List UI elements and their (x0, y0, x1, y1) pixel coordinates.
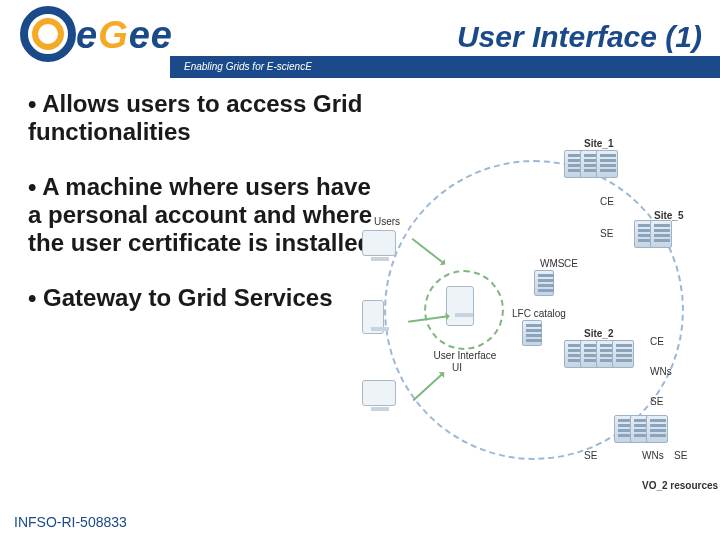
ce-label: CE (650, 336, 664, 347)
ce-label: CE (600, 196, 614, 207)
laptop-icon (362, 230, 396, 256)
logo-letter: e (76, 14, 98, 56)
site5-cluster (634, 220, 666, 248)
vo2-label: VO_2 resources (642, 480, 718, 491)
server-icon (612, 340, 634, 368)
bullet-item: A machine where users have a personal ac… (28, 173, 388, 258)
bullet-list: Allows users to access Grid functionalit… (28, 90, 388, 338)
logo-letter-g: G (98, 14, 129, 56)
site1-label: Site_1 (584, 138, 613, 149)
ce-label: CE (564, 258, 578, 269)
ui-short-label: UI (452, 362, 462, 373)
logo-letter: e (129, 14, 151, 56)
slide-header: eGee User Interface (1) Enabling Grids f… (0, 0, 720, 78)
ui-label: User Interface (430, 350, 500, 361)
wms-server-icon (534, 270, 554, 296)
wns-label: WNs (642, 450, 664, 461)
users-label: Users (374, 216, 400, 227)
wns-label: WNs (650, 366, 672, 377)
server-icon (596, 150, 618, 178)
wms-label: WMS (540, 258, 564, 269)
logo-text: eGee (76, 14, 173, 57)
server-icon (650, 220, 672, 248)
site2-cluster (564, 340, 628, 368)
server-icon (646, 415, 668, 443)
site5-label: Site_5 (654, 210, 683, 221)
footer-ref: INFSO-RI-508833 (14, 514, 127, 530)
slide-title: User Interface (1) (170, 20, 720, 54)
desktop-icon (362, 380, 396, 406)
vo2-cluster (614, 415, 662, 443)
ui-server-icon (446, 286, 474, 326)
lfc-server-icon (522, 320, 542, 346)
pda-icon (362, 300, 384, 334)
bullet-item: Allows users to access Grid functionalit… (28, 90, 388, 147)
se-label: SE (674, 450, 687, 461)
bullet-item: Gateway to Grid Services (28, 284, 388, 312)
logo-ring-inner (32, 18, 64, 50)
slide-tagline: Enabling Grids for E-sciencE (170, 56, 720, 78)
site2-label: Site_2 (584, 328, 613, 339)
se-label: SE (600, 228, 613, 239)
grid-diagram: Users User Interface UI WMS CE CE SE LFC… (354, 150, 704, 480)
egee-logo: eGee (10, 6, 170, 68)
se-label: SE (584, 450, 597, 461)
lfc-label: LFC catalog (512, 308, 566, 319)
se-label: SE (650, 396, 663, 407)
site1-cluster (564, 150, 612, 178)
slide-body: Allows users to access Grid functionalit… (28, 90, 708, 500)
